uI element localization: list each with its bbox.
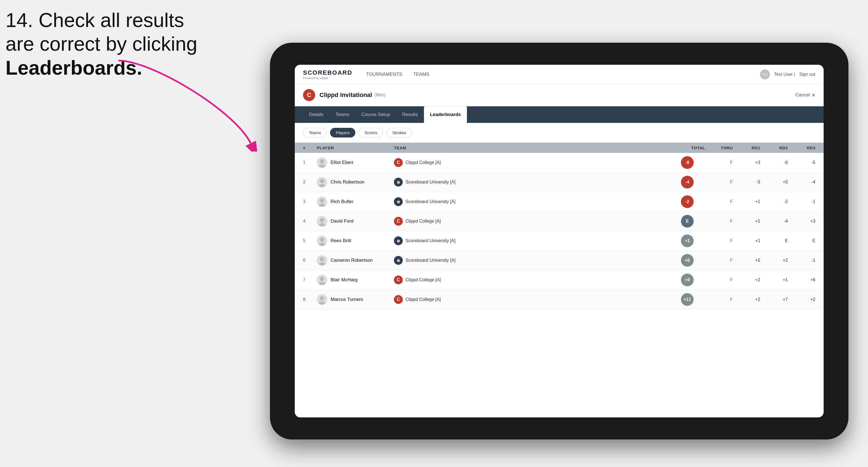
rd3-cell: +2 <box>788 297 815 302</box>
tab-leaderboards[interactable]: Leaderboards <box>424 106 467 123</box>
team-logo: ▤ <box>394 178 403 187</box>
user-avatar: TU <box>760 69 770 79</box>
filter-scores[interactable]: Scores <box>359 128 383 137</box>
nav-links: TOURNAMENTS TEAMS <box>366 70 760 79</box>
logo-sub: Powered by clippd <box>303 76 352 80</box>
svg-point-17 <box>320 257 324 261</box>
team-cell: C Clippd College [A] <box>394 295 670 304</box>
rd2-cell: -6 <box>760 160 788 165</box>
thru-cell: F <box>705 219 733 224</box>
thru-cell: F <box>705 277 733 282</box>
signout-link[interactable]: Sign out <box>799 72 815 77</box>
svg-point-8 <box>320 198 324 203</box>
rd2-cell: +1 <box>760 277 788 282</box>
svg-point-14 <box>320 238 324 242</box>
rd1-cell: -5 <box>733 180 760 185</box>
tab-course-setup[interactable]: Course Setup <box>355 106 396 123</box>
score-badge: -2 <box>681 195 694 208</box>
team-logo: C <box>394 217 403 226</box>
navbar: SCOREBOARD Powered by clippd TOURNAMENTS… <box>295 65 824 84</box>
table-row: 7 Blair McHarg C Clippd College [A] +9 F… <box>295 270 824 290</box>
rd1-cell: +1 <box>733 199 760 204</box>
team-logo: ▤ <box>394 237 403 245</box>
player-cell: Blair McHarg <box>317 275 394 285</box>
avatar <box>317 196 327 207</box>
score-badge: -4 <box>681 176 694 188</box>
svg-point-11 <box>320 218 324 222</box>
rd2-cell: +2 <box>760 258 788 263</box>
tournament-title: Clippd Invitational <box>319 91 372 99</box>
table-header: # PLAYER TEAM TOTAL THRU RD1 RD2 RD3 <box>295 143 824 153</box>
team-name: Clippd College [A] <box>405 219 441 224</box>
rank-cell: 6 <box>303 258 317 263</box>
player-cell: Marcus Turners <box>317 294 394 305</box>
tournament-header: C Clippd Invitational (Men) Cancel ✕ <box>295 84 824 106</box>
total-cell: +9 <box>670 274 705 286</box>
rd3-cell: -1 <box>788 199 815 204</box>
logo-text: SCOREBOARD <box>303 69 352 76</box>
col-rd3: RD3 <box>788 146 815 150</box>
player-name: David Ford <box>331 218 353 224</box>
player-name: Elliot Ebert <box>331 160 353 165</box>
table-row: 3 Rich Butler ▤ Scoreboard University [A… <box>295 192 824 212</box>
player-name: Blair McHarg <box>331 277 358 283</box>
team-logo: C <box>394 276 403 284</box>
total-cell: -2 <box>670 195 705 208</box>
player-name: Rees Britt <box>331 238 351 244</box>
tablet-screen: SCOREBOARD Powered by clippd TOURNAMENTS… <box>295 65 824 417</box>
player-name: Chris Robertson <box>331 179 365 185</box>
score-badge: +9 <box>681 274 694 286</box>
table-row: 2 Chris Robertson ▤ Scoreboard Universit… <box>295 173 824 192</box>
thru-cell: F <box>705 297 733 302</box>
player-name: Cameron Robertson <box>331 258 373 263</box>
col-team: TEAM <box>394 146 670 150</box>
rd1-cell: +2 <box>733 297 760 302</box>
col-thru: THRU <box>705 146 733 150</box>
player-cell: Rich Butler <box>317 196 394 207</box>
team-name: Clippd College [A] <box>405 160 441 165</box>
tab-results[interactable]: Results <box>396 106 424 123</box>
team-cell: C Clippd College [A] <box>394 276 670 284</box>
total-cell: +6 <box>670 254 705 267</box>
user-label: Test User | <box>774 72 795 77</box>
tab-bar: Details Teams Course Setup Results Leade… <box>295 106 824 123</box>
filter-players[interactable]: Players <box>330 128 355 137</box>
player-cell: Cameron Robertson <box>317 255 394 266</box>
nav-tournaments[interactable]: TOURNAMENTS <box>366 70 402 79</box>
score-badge: -8 <box>681 156 694 169</box>
rank-cell: 2 <box>303 180 317 185</box>
team-name: Scoreboard University [A] <box>405 258 455 263</box>
tab-details[interactable]: Details <box>303 106 330 123</box>
table-row: 4 David Ford C Clippd College [A] E F +1… <box>295 212 824 231</box>
team-name: Scoreboard University [A] <box>405 238 455 243</box>
nav-teams[interactable]: TEAMS <box>413 70 430 79</box>
table-row: 1 Elliot Ebert C Clippd College [A] -8 F… <box>295 153 824 173</box>
rank-cell: 8 <box>303 297 317 302</box>
svg-point-20 <box>320 277 324 281</box>
col-rd2: RD2 <box>760 146 788 150</box>
team-name: Clippd College [A] <box>405 277 441 282</box>
svg-point-5 <box>320 179 324 183</box>
score-badge: +11 <box>681 293 694 306</box>
total-cell: -4 <box>670 176 705 188</box>
cancel-button[interactable]: Cancel ✕ <box>795 92 815 98</box>
player-cell: Elliot Ebert <box>317 157 394 168</box>
thru-cell: F <box>705 238 733 243</box>
tab-teams[interactable]: Teams <box>330 106 355 123</box>
filter-bar: Teams Players Scores Strokes <box>295 123 824 143</box>
filter-teams[interactable]: Teams <box>303 128 327 137</box>
team-cell: C Clippd College [A] <box>394 158 670 167</box>
team-logo: ▤ <box>394 197 403 206</box>
rank-cell: 7 <box>303 277 317 282</box>
rank-cell: 4 <box>303 219 317 224</box>
rd1-cell: +1 <box>733 238 760 243</box>
team-cell: ▤ Scoreboard University [A] <box>394 237 670 245</box>
svg-point-2 <box>320 159 324 164</box>
team-logo: ▤ <box>394 256 403 265</box>
rd1-cell: +1 <box>733 219 760 224</box>
avatar <box>317 157 327 168</box>
rd2-cell: -2 <box>760 199 788 204</box>
arrow-indicator <box>96 55 262 152</box>
rd3-cell: +6 <box>788 277 815 282</box>
filter-strokes[interactable]: Strokes <box>386 128 412 137</box>
